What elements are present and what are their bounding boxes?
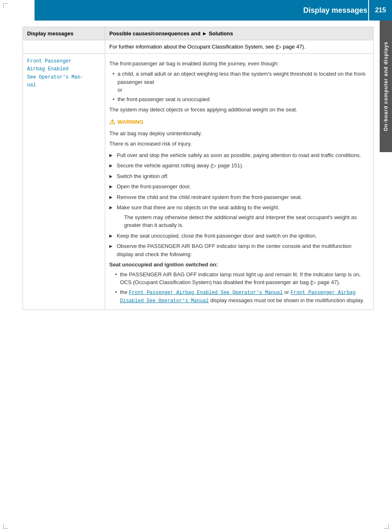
seat-bullet-2-end: display messages must not be shown in th… <box>210 297 364 303</box>
arrow-item-7: Keep the seat unoccupied, close the fron… <box>109 232 369 240</box>
seat-bullet-2-intro: the <box>120 289 127 295</box>
main-data-row: Front Passenger Airbag Enabled See Opera… <box>23 53 374 310</box>
intro-left-cell <box>23 40 105 54</box>
warning-icon: ⚠ <box>109 117 115 127</box>
right-cell: The front-passenger air bag is enabled d… <box>105 53 374 310</box>
link-front-passenger-enabled: Front Passenger Airbag Enabled See Opera… <box>129 290 283 296</box>
bullet-item-2: the front-passenger seat is unoccupied <box>113 95 369 104</box>
arrow-item-1: Pull over and stop the vehicle safely as… <box>109 151 369 160</box>
arrow-list: Pull over and stop the vehicle safely as… <box>109 151 369 259</box>
arrow-item-5: Remove the child and the child restraint… <box>109 193 369 201</box>
corner-br <box>384 524 389 529</box>
header-bar: Display messages <box>35 0 392 21</box>
arrow-item-4: Open the front-passenger door. <box>109 183 369 191</box>
page-number-box: 215 <box>368 0 392 21</box>
intro-right-cell: For further information about the Occupa… <box>105 40 374 54</box>
warning-title: ⚠ WARNING <box>109 117 369 127</box>
main-content: Display messages Possible causes/consequ… <box>23 27 374 520</box>
arrow-item-6-sub: The system may otherwise detect the addi… <box>124 213 369 229</box>
side-tab: On-board computer and displays <box>380 21 392 152</box>
corner-bl <box>3 524 8 529</box>
table-header-row: Display messages Possible causes/consequ… <box>23 27 374 40</box>
page-container: Display messages 215 On-board computer a… <box>0 0 392 532</box>
display-msg-line1: Front Passenger <box>27 58 71 64</box>
intro-para: The front-passenger air bag is enabled d… <box>109 60 369 68</box>
seat-heading: Seat unoccupied and ignition switched on… <box>109 261 369 269</box>
left-cell: Front Passenger Airbag Enabled See Opera… <box>23 53 105 310</box>
main-table: Display messages Possible causes/consequ… <box>23 27 374 310</box>
bullet-item-1: a child, a small adult or an object weig… <box>113 70 369 94</box>
intro-text: For further information about the Occupa… <box>109 44 306 50</box>
corner-tl <box>3 3 8 8</box>
display-msg-line3: See Operator's Man- <box>27 74 83 80</box>
seat-bullet-1: the PASSENGER AIR BAG OFF indicator lamp… <box>115 271 369 287</box>
arrow-item-6: Make sure that there are no objects on t… <box>109 204 369 229</box>
condition-list: a child, a small adult or an object weig… <box>113 70 369 103</box>
intro-row: For further information about the Occupa… <box>23 40 374 54</box>
header-title: Display messages <box>303 6 367 15</box>
seat-bullet-list: the PASSENGER AIR BAG OFF indicator lamp… <box>115 271 369 305</box>
seat-bullet-2: the Front Passenger Airbag Enabled See O… <box>115 288 369 305</box>
arrow-item-3: Switch the ignition off. <box>109 172 369 180</box>
warning-block: ⚠ WARNING The air bag may deploy uninten… <box>109 117 369 148</box>
side-tab-text: On-board computer and displays <box>383 42 389 131</box>
arrow-item-2: Secure the vehicle against rolling away … <box>109 162 369 170</box>
display-msg-line2: Airbag Enabled <box>27 66 69 72</box>
col-header-right: Possible causes/consequences and ► Solut… <box>105 27 374 40</box>
col-header-left: Display messages <box>23 27 105 40</box>
warning-text-2: There is an increased risk of injury. <box>109 140 369 148</box>
warning-text-1: The air bag may deploy unintentionally. <box>109 130 369 138</box>
arrow-item-8: Observe the PASSENGER AIR BAG OFF indica… <box>109 242 369 258</box>
page-number: 215 <box>375 7 386 14</box>
system-para: The system may detect objects or forces … <box>109 106 369 114</box>
display-msg-line4: ual <box>27 82 36 88</box>
